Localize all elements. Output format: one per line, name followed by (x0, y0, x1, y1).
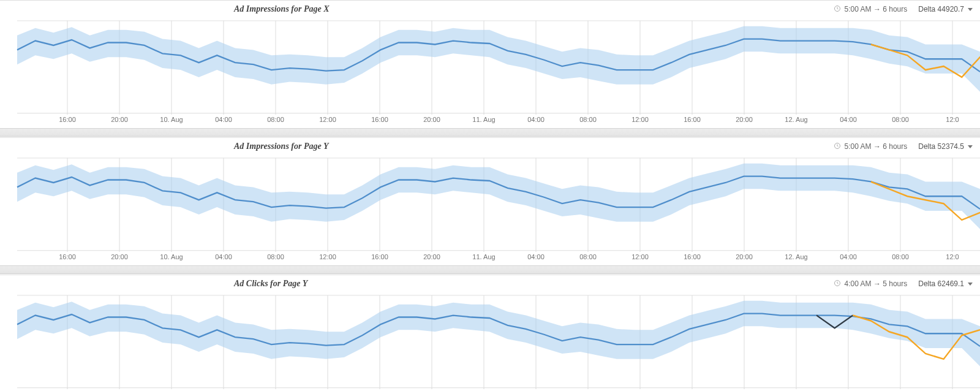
x-tick-label: 08:00 (267, 116, 284, 123)
chevron-down-icon (968, 283, 973, 286)
x-tick-label: 10. Aug (160, 116, 183, 123)
x-tick-label: 12. Aug (785, 116, 807, 123)
x-tick-label: 11. Aug (472, 253, 495, 260)
x-tick-label: 12:00 (631, 116, 649, 123)
chart-title: Ad Impressions for Page X (234, 4, 330, 14)
x-tick-label: 08:00 (579, 253, 597, 260)
delta-dropdown[interactable]: Delta 62469.1 (918, 279, 973, 288)
x-tick-label: 12:0 (946, 253, 959, 260)
clock-icon (834, 279, 841, 289)
delta-label: Delta 62469.1 (918, 279, 964, 288)
chart-svg (0, 154, 980, 252)
panel-header: Ad Clicks for Page Y 4:00 AM → 5 hours D… (0, 275, 980, 291)
x-tick-label: 20:00 (111, 253, 128, 260)
x-tick-label: 04:00 (527, 116, 545, 123)
x-tick-label: 20:00 (423, 116, 440, 123)
time-range-selector[interactable]: 4:00 AM → 5 hours (834, 279, 908, 289)
x-tick-label: 10. Aug (160, 253, 183, 260)
x-tick-label: 20:00 (736, 116, 753, 123)
time-range-text: 5:00 AM → 6 hours (845, 142, 908, 151)
x-tick-label: 08:00 (267, 253, 284, 260)
confidence-band (17, 301, 980, 366)
chart-title: Ad Clicks for Page Y (234, 279, 307, 289)
x-tick-label: 04:00 (215, 116, 232, 123)
time-range-selector[interactable]: 5:00 AM → 6 hours (834, 5, 908, 14)
clock-icon (834, 5, 841, 14)
x-tick-label: 16:00 (371, 116, 388, 123)
chevron-down-icon (968, 145, 973, 148)
delta-label: Delta 44920.7 (918, 5, 964, 13)
chart-area[interactable]: 16:0020:0010. Aug04:0008:0012:0016:0020:… (0, 291, 980, 391)
x-tick-label: 08:00 (892, 253, 909, 260)
panel-header: Ad Impressions for Page Y 5:00 AM → 6 ho… (0, 138, 980, 154)
chart-panel: Ad Impressions for Page X 5:00 AM → 6 ho… (0, 0, 980, 129)
time-range-selector[interactable]: 5:00 AM → 6 hours (834, 142, 908, 151)
chart-svg (0, 291, 980, 389)
x-axis-labels: 16:0020:0010. Aug04:0008:0012:0016:0020:… (0, 115, 980, 124)
time-range-text: 4:00 AM → 5 hours (845, 279, 908, 288)
delta-label: Delta 52374.5 (918, 142, 964, 151)
x-tick-label: 12:00 (319, 253, 336, 260)
x-tick-label: 04:00 (215, 253, 232, 260)
x-tick-label: 08:00 (579, 116, 597, 123)
x-tick-label: 16:00 (371, 253, 388, 260)
x-tick-label: 11. Aug (472, 116, 495, 123)
chart-panel: Ad Clicks for Page Y 4:00 AM → 5 hours D… (0, 275, 980, 391)
chevron-down-icon (968, 8, 973, 11)
x-tick-label: 20:00 (736, 253, 753, 260)
chart-area[interactable]: 16:0020:0010. Aug04:0008:0012:0016:0020:… (0, 154, 980, 265)
x-tick-label: 04:00 (527, 253, 545, 260)
x-tick-label: 16:00 (59, 116, 76, 123)
time-range-text: 5:00 AM → 6 hours (845, 5, 908, 13)
x-tick-label: 04:00 (840, 116, 857, 123)
x-tick-label: 12:0 (946, 116, 959, 123)
x-tick-label: 20:00 (423, 253, 440, 260)
chart-svg (0, 17, 980, 115)
x-tick-label: 20:00 (111, 116, 128, 123)
confidence-band (17, 164, 980, 229)
x-tick-label: 08:00 (892, 116, 909, 123)
x-tick-label: 16:00 (684, 116, 701, 123)
delta-dropdown[interactable]: Delta 52374.5 (918, 142, 973, 151)
confidence-band (17, 26, 980, 92)
clock-icon (834, 142, 841, 151)
x-tick-label: 12:00 (319, 116, 336, 123)
chart-area[interactable]: 16:0020:0010. Aug04:0008:0012:0016:0020:… (0, 17, 980, 128)
x-tick-label: 16:00 (684, 253, 701, 260)
panel-header: Ad Impressions for Page X 5:00 AM → 6 ho… (0, 1, 980, 17)
x-tick-label: 04:00 (840, 253, 857, 260)
x-tick-label: 16:00 (59, 253, 76, 260)
x-tick-label: 12. Aug (785, 253, 807, 260)
x-tick-label: 12:00 (631, 253, 649, 260)
x-axis-labels: 16:0020:0010. Aug04:0008:0012:0016:0020:… (0, 252, 980, 262)
chart-title: Ad Impressions for Page Y (234, 142, 329, 151)
chart-panel: Ad Impressions for Page Y 5:00 AM → 6 ho… (0, 137, 980, 266)
delta-dropdown[interactable]: Delta 44920.7 (918, 5, 973, 13)
